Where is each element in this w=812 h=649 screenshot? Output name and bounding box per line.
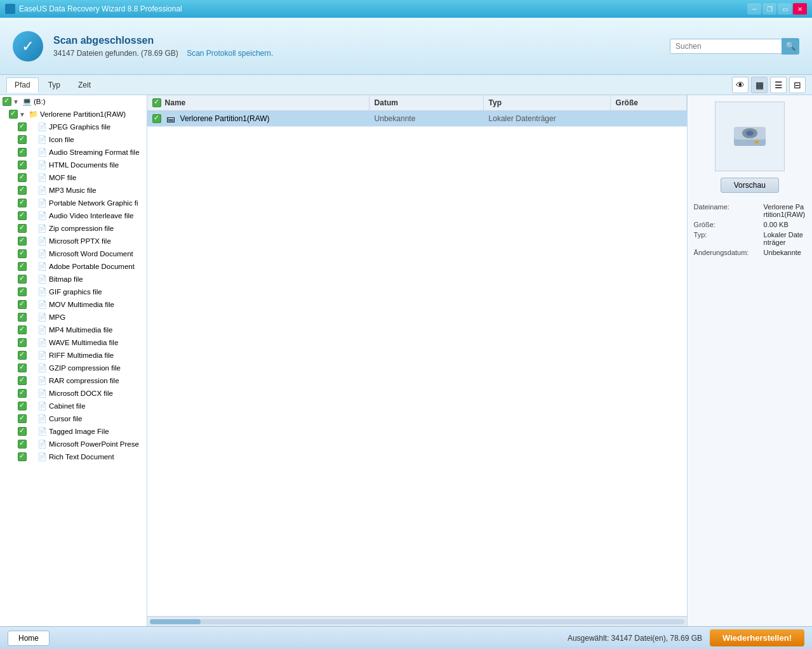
column-grosse[interactable]: Größe: [611, 95, 687, 110]
tree-check-wave[interactable]: [18, 338, 27, 347]
tree-item-pptx[interactable]: 📄 Microsoft PPTX file: [0, 235, 147, 247]
tree-item-riff[interactable]: 📄 RIFF Multimedia file: [0, 349, 147, 362]
tree-check-html[interactable]: [18, 161, 27, 169]
list-view-button[interactable]: ☰: [770, 77, 787, 93]
tree-check-riff[interactable]: [18, 351, 27, 360]
scroll-track[interactable]: [150, 619, 684, 624]
tree-item-partition[interactable]: ▼ 📁 Verlorene Partition1(RAW): [0, 108, 147, 121]
tree-check-gif[interactable]: [18, 287, 27, 296]
home-button[interactable]: Home: [8, 631, 50, 646]
tree-check-rar[interactable]: [18, 376, 27, 385]
tree-check-root[interactable]: [3, 97, 11, 106]
tree-check-word[interactable]: [18, 249, 27, 258]
tree-item-cabinet[interactable]: 📄 Cabinet file: [0, 400, 147, 412]
search-button[interactable]: 🔍: [782, 38, 799, 55]
tree-check-mp3[interactable]: [18, 186, 27, 195]
maximize-button[interactable]: ▭: [778, 3, 792, 15]
computer-icon: 💻: [22, 96, 32, 107]
tree-item-tif[interactable]: 📄 Tagged Image File: [0, 425, 147, 438]
column-datum[interactable]: Datum: [369, 95, 484, 110]
tree-check-asf[interactable]: [18, 148, 27, 157]
search-input[interactable]: [670, 39, 784, 54]
tree-check-mpg[interactable]: [18, 313, 27, 322]
tree-check-jpeg[interactable]: [18, 122, 27, 131]
file-icon-6: 📄: [37, 185, 47, 195]
tree-check-png[interactable]: [18, 199, 27, 207]
tree-check-pptx[interactable]: [18, 237, 27, 246]
tree-check-docx[interactable]: [18, 389, 27, 398]
select-all-checkbox[interactable]: [152, 98, 161, 107]
tree-item-mof[interactable]: 📄 MOF file: [0, 171, 147, 184]
expand-root[interactable]: ▼: [13, 98, 20, 105]
tree-item-bmp[interactable]: 📄 Bitmap file: [0, 273, 147, 285]
tree-item-wave[interactable]: 📄 WAVE Multimedia file: [0, 336, 147, 349]
column-name[interactable]: Name: [147, 95, 369, 110]
grid-view-button[interactable]: ▦: [751, 77, 768, 93]
expand-partition[interactable]: ▼: [19, 111, 27, 118]
tree-item-docx[interactable]: 📄 Microsoft DOCX file: [0, 387, 147, 400]
file-icon-27: 📄: [37, 452, 47, 462]
partition-icon: 🖴: [165, 113, 176, 124]
tree-item-icon[interactable]: 📄 Icon file: [0, 133, 147, 146]
details-view-button[interactable]: ⊟: [789, 77, 806, 93]
tree-item-asf[interactable]: 📄 Audio Streaming Format file: [0, 146, 147, 159]
tree-check-avi[interactable]: [18, 211, 27, 220]
tree-item-html[interactable]: 📄 HTML Documents file: [0, 159, 147, 171]
tab-pfad[interactable]: Pfad: [6, 77, 39, 93]
row-name-label: Verlorene Partition1(RAW): [180, 114, 270, 123]
tree-check-partition[interactable]: [9, 110, 18, 119]
tree-check-bmp[interactable]: [18, 275, 27, 284]
tree-item-root[interactable]: ▼ 💻 (B:): [0, 95, 147, 108]
preview-toggle-button[interactable]: 👁: [732, 77, 749, 93]
typ-value: Lokaler Datenträger: [764, 231, 806, 246]
cell-name: 🖴 Verlorene Partition1(RAW): [147, 113, 369, 124]
tree-item-word[interactable]: 📄 Microsoft Word Document: [0, 247, 147, 260]
tree-item-zip[interactable]: 📄 Zip compression file: [0, 222, 147, 235]
restore-button[interactable]: Wiederherstellen!: [710, 629, 804, 646]
column-typ[interactable]: Typ: [484, 95, 611, 110]
header: ✓ Scan abgeschlossen 34147 Dateien gefun…: [0, 18, 812, 75]
tree-check-cabinet[interactable]: [18, 402, 27, 410]
tree-label-avi: Audio Video Interleave file: [49, 212, 133, 220]
tree-check-gzip[interactable]: [18, 364, 27, 372]
tree-check-pdf[interactable]: [18, 262, 27, 271]
tree-check-cursor[interactable]: [18, 414, 27, 423]
tree-check-rtf[interactable]: [18, 452, 27, 461]
tree-item-ppt[interactable]: 📄 Microsoft PowerPoint Prese: [0, 438, 147, 450]
tree-check-tif[interactable]: [18, 427, 27, 436]
tree-check-mov[interactable]: [18, 300, 27, 309]
tree-item-avi[interactable]: 📄 Audio Video Interleave file: [0, 209, 147, 222]
row-checkbox[interactable]: [152, 114, 161, 123]
minimize-button[interactable]: ─: [747, 3, 761, 15]
table-row[interactable]: 🖴 Verlorene Partition1(RAW) Unbekannte L…: [147, 111, 687, 127]
tree-item-jpeg[interactable]: 📄 JPEG Graphics file: [0, 121, 147, 133]
tree-item-rar[interactable]: 📄 RAR compression file: [0, 374, 147, 387]
tab-zeit[interactable]: Zeit: [70, 77, 99, 93]
tree-check-mof[interactable]: [18, 173, 27, 182]
grosse-label: Größe:: [694, 221, 764, 228]
file-icon-4: 📄: [37, 160, 47, 170]
tree-check-mp4[interactable]: [18, 325, 27, 334]
app-icon: [5, 4, 15, 14]
tree-item-pdf[interactable]: 📄 Adobe Portable Document: [0, 260, 147, 273]
tree-check-ppt[interactable]: [18, 440, 27, 449]
tree-item-mp4[interactable]: 📄 MP4 Multimedia file: [0, 324, 147, 336]
tab-typ[interactable]: Typ: [40, 77, 69, 93]
tree-item-gzip[interactable]: 📄 GZIP compression file: [0, 362, 147, 374]
horizontal-scrollbar[interactable]: [147, 616, 687, 626]
save-protocol-link[interactable]: Scan Protokoll speichern.: [187, 49, 273, 58]
tree-item-mov[interactable]: 📄 MOV Multimedia file: [0, 298, 147, 311]
close-button[interactable]: ✕: [793, 3, 807, 15]
tree-item-rtf[interactable]: 📄 Rich Text Document: [0, 450, 147, 463]
tree-check-zip[interactable]: [18, 224, 27, 233]
right-panel: Name Datum Typ Größe 🖴 Verlorene Partiti…: [147, 95, 687, 626]
tree-check-icon[interactable]: [18, 135, 27, 144]
tree-item-cursor[interactable]: 📄 Cursor file: [0, 412, 147, 425]
vorschau-button[interactable]: Vorschau: [721, 178, 779, 193]
tree-item-mpg[interactable]: 📄 MPG: [0, 311, 147, 324]
tree-item-gif[interactable]: 📄 GIF graphics file: [0, 285, 147, 298]
tree-item-png[interactable]: 📄 Portable Network Graphic fi: [0, 197, 147, 209]
scroll-thumb[interactable]: [150, 619, 201, 624]
tree-item-mp3[interactable]: 📄 MP3 Music file: [0, 184, 147, 197]
restore-button[interactable]: ❐: [762, 3, 776, 15]
